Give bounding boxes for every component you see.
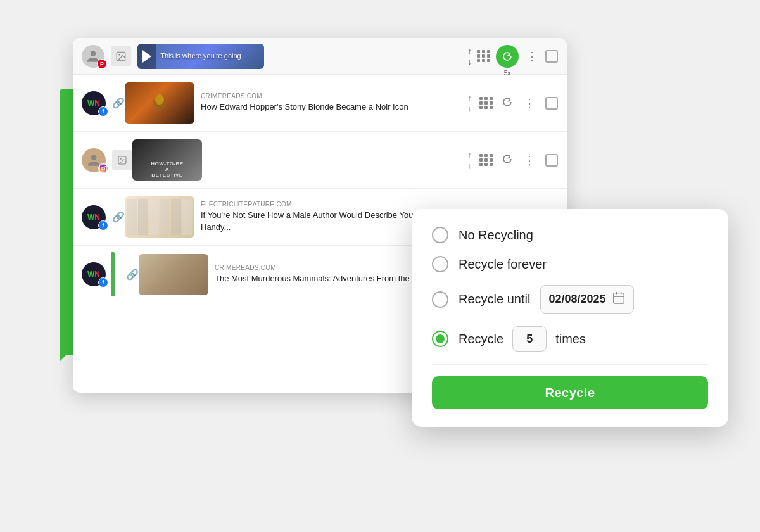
howtobe-text: HOW-TO-BEADETECTIVE bbox=[148, 158, 186, 180]
top-bar-actions: ↑ ↓ 5x ⋮ bbox=[467, 45, 558, 68]
date-value: 02/08/2025 bbox=[548, 293, 605, 306]
source-label-1: CRIMEREADS.COM bbox=[201, 92, 468, 99]
avatar: P bbox=[82, 45, 104, 68]
row-img-icon-2[interactable] bbox=[112, 150, 132, 170]
dialog-divider bbox=[432, 364, 708, 365]
row-arrows-2[interactable]: ↑ ↓ bbox=[468, 150, 472, 170]
content-row-2: HOW-TO-BEADETECTIVE ↑ ↓ ⋮ bbox=[73, 132, 567, 189]
times-input[interactable] bbox=[512, 326, 547, 352]
recycle-times-group: Recycle times bbox=[459, 326, 586, 352]
recycle-until-group: Recycle until 02/08/2025 bbox=[459, 285, 634, 314]
row-checkbox-2[interactable] bbox=[545, 154, 558, 167]
row-arrow-up-1: ↑ bbox=[468, 93, 472, 103]
date-input-box[interactable]: 02/08/2025 bbox=[540, 285, 634, 314]
row-recycle-1[interactable] bbox=[501, 96, 514, 111]
option-recycle-forever: Recycle forever bbox=[432, 256, 708, 272]
row-more-1[interactable]: ⋮ bbox=[521, 96, 538, 110]
option-no-recycling: No Recycling bbox=[432, 227, 708, 243]
source-label-3: ELECTRICLITERATURE.COM bbox=[201, 201, 479, 208]
arrow-up-down[interactable]: ↑ ↓ bbox=[467, 47, 472, 66]
recycle-forever-label: Recycle forever bbox=[459, 257, 547, 272]
option-recycle-times: Recycle times bbox=[432, 326, 708, 352]
row-arrow-down-2: ↓ bbox=[468, 161, 472, 170]
svg-point-1 bbox=[118, 54, 120, 55]
green-sidebar-accent bbox=[60, 89, 74, 355]
scene: P This is where you're going bbox=[0, 0, 760, 532]
content-row-1: WN f 🔗 CRIMEREADS.COM How Edward Hopper'… bbox=[73, 75, 567, 132]
arrow-up-icon: ↑ bbox=[467, 47, 472, 56]
row-arrow-down-1: ↓ bbox=[468, 104, 472, 113]
pinterest-badge: P bbox=[97, 59, 107, 69]
wn-avatar-4: WN f bbox=[82, 262, 106, 286]
row-grid-1[interactable] bbox=[479, 97, 493, 109]
recycle-icon bbox=[501, 50, 514, 63]
grid-icon[interactable] bbox=[477, 50, 491, 62]
radio-recycle-until[interactable] bbox=[432, 291, 448, 308]
person-avatar-2 bbox=[82, 148, 106, 172]
image-icon-btn[interactable] bbox=[111, 46, 131, 66]
thumb-overlay bbox=[137, 44, 156, 69]
thumb-crime-1 bbox=[125, 82, 194, 124]
svg-rect-10 bbox=[614, 293, 624, 304]
recycle-button-container: 5x bbox=[496, 45, 519, 68]
facebook-badge-4: f bbox=[98, 277, 108, 288]
row-recycle-icon-2 bbox=[501, 153, 514, 165]
instagram-badge-2 bbox=[98, 163, 108, 174]
hero-text: This is where you're going bbox=[158, 49, 243, 63]
recycle-dialog: No Recycling Recycle forever Recycle unt… bbox=[412, 209, 728, 427]
radio-inner-times bbox=[436, 334, 445, 343]
instagram-icon bbox=[99, 162, 108, 175]
link-icon-3: 🔗 bbox=[112, 211, 125, 223]
recycle-submit-button[interactable]: Recycle bbox=[432, 376, 708, 409]
thumb-electric-3 bbox=[125, 196, 194, 238]
recycle-until-label: Recycle until bbox=[459, 292, 530, 307]
row-recycle-icon-1 bbox=[501, 96, 514, 108]
row-content-1: CRIMEREADS.COM How Edward Hopper's Stony… bbox=[201, 92, 468, 113]
row-recycle-2[interactable] bbox=[501, 153, 514, 168]
top-bar: P This is where you're going bbox=[73, 38, 567, 75]
link-icon-1: 🔗 bbox=[112, 97, 125, 109]
arrow-down-icon: ↓ bbox=[467, 57, 472, 66]
svg-marker-2 bbox=[142, 50, 151, 63]
recycle-count-label: 5x bbox=[504, 70, 511, 77]
svg-point-9 bbox=[120, 158, 122, 159]
svg-point-6 bbox=[102, 167, 105, 170]
recycle-times-prefix: Recycle bbox=[459, 332, 504, 346]
link-icon-4: 🔗 bbox=[126, 269, 139, 281]
more-button[interactable]: ⋮ bbox=[524, 49, 540, 63]
row-arrow-up-2: ↑ bbox=[468, 150, 472, 160]
electric-thumb-grid bbox=[125, 196, 194, 238]
play-icon bbox=[142, 50, 151, 63]
row-actions-1: ↑ ↓ ⋮ bbox=[468, 93, 559, 113]
calendar-svg bbox=[612, 291, 626, 305]
no-recycling-label: No Recycling bbox=[459, 228, 533, 243]
image-icon-2 bbox=[117, 155, 127, 165]
image-icon bbox=[115, 51, 127, 62]
radio-recycle-forever[interactable] bbox=[432, 256, 448, 272]
facebook-badge-3: f bbox=[98, 220, 108, 231]
radio-recycle-times[interactable] bbox=[432, 331, 448, 347]
times-label: times bbox=[555, 332, 586, 346]
wn-avatar-3: WN f bbox=[82, 205, 106, 229]
wn-avatar-1: WN f bbox=[82, 91, 106, 115]
row-more-2[interactable]: ⋮ bbox=[521, 153, 538, 167]
row-title-1: How Edward Hopper's Stony Blonde Became … bbox=[201, 101, 468, 113]
green-bar-4 bbox=[111, 252, 115, 296]
row-grid-2[interactable] bbox=[479, 154, 493, 166]
crime-thumb-icon bbox=[147, 91, 172, 116]
svg-point-4 bbox=[155, 94, 164, 104]
svg-point-7 bbox=[104, 165, 106, 167]
recycle-button[interactable] bbox=[496, 45, 519, 68]
calendar-icon bbox=[612, 291, 626, 308]
option-recycle-until: Recycle until 02/08/2025 bbox=[432, 285, 708, 314]
row-arrows-1[interactable]: ↑ ↓ bbox=[468, 93, 472, 113]
facebook-badge-1: f bbox=[98, 106, 108, 117]
thumb-mammals-4 bbox=[139, 254, 208, 295]
row-checkbox-1[interactable] bbox=[545, 97, 558, 110]
radio-no-recycling[interactable] bbox=[432, 227, 448, 243]
thumb-howtobe-2: HOW-TO-BEADETECTIVE bbox=[132, 139, 202, 180]
select-checkbox[interactable] bbox=[545, 50, 558, 63]
hero-thumbnail: This is where you're going bbox=[137, 44, 264, 69]
row-actions-2: ↑ ↓ ⋮ bbox=[468, 150, 559, 170]
svg-rect-5 bbox=[99, 165, 107, 172]
